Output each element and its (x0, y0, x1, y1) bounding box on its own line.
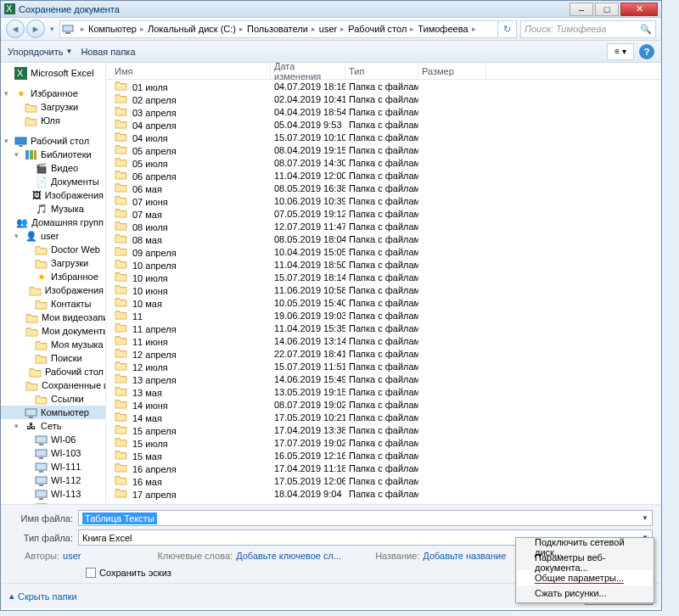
breadcrumb[interactable]: ▸ Компьютер▸ Локальный диск (C:)▸ Пользо… (59, 20, 498, 38)
file-row[interactable]: 15 апреля17.04.2019 13:38Папка с файлами (106, 423, 661, 436)
file-row[interactable]: 05 июля08.07.2019 14:30Папка с файлами (106, 156, 661, 169)
tree-item[interactable]: WI-103 (1, 446, 105, 460)
authors-value[interactable]: user (63, 551, 81, 561)
file-row[interactable]: 04 апреля05.04.2019 9:53Папка с файлами (106, 118, 661, 131)
tree-item[interactable]: Юля (1, 114, 105, 127)
tree-item[interactable]: Загрузки (1, 100, 105, 114)
tree-item[interactable]: Мои видеозапи (1, 311, 105, 324)
filename-input[interactable]: Таблица Тексты ▼ (78, 510, 653, 526)
file-row[interactable]: 09 апреля10.04.2019 15:05Папка с файлами (106, 245, 661, 258)
minimize-button[interactable]: – (570, 3, 593, 16)
file-row[interactable]: 06 мая08.05.2019 16:38Папка с файлами (106, 182, 661, 194)
file-row[interactable]: 17 апреля18.04.2019 9:04Папка с файлами (106, 487, 661, 500)
tree-item[interactable]: Компьютер (1, 406, 105, 419)
file-row[interactable]: 14 июня08.07.2019 19:02Папка с файлами (106, 398, 661, 411)
col-size[interactable]: Размер (418, 63, 486, 79)
file-row[interactable]: 08 июля12.07.2019 11:47Папка с файлами (106, 220, 661, 232)
tree-item[interactable]: Doctor Web (1, 243, 105, 256)
file-row[interactable]: 11 апреля11.04.2019 15:35Папка с файлами (106, 322, 661, 334)
tree-item[interactable]: Загрузки (1, 256, 105, 270)
tree-item[interactable]: Рабочий стол (1, 365, 105, 378)
file-row[interactable]: 05 апреля08.04.2019 19:15Папка с файлами (106, 143, 661, 156)
tree-item[interactable]: ★Избранное (1, 270, 105, 283)
file-row[interactable]: 07 мая07.05.2019 19:12Папка с файлами (106, 207, 661, 220)
tree-item[interactable]: WI-112 (1, 473, 105, 487)
bc-item[interactable]: Тимофеева (418, 24, 468, 34)
tree-item[interactable]: XMicrosoft Excel (1, 66, 105, 80)
tree-item[interactable]: ▾Рабочий стол (1, 134, 105, 148)
menu-web-options[interactable]: Параметры веб-документа... (518, 555, 652, 570)
file-row[interactable]: 15 мая16.05.2019 12:16Папка с файлами (106, 449, 661, 462)
back-button[interactable]: ◄ (6, 20, 25, 38)
file-row[interactable]: 12 июля15.07.2019 11:51Папка с файлами (106, 360, 661, 372)
file-row[interactable]: 08 мая08.05.2019 18:04Папка с файлами (106, 232, 661, 245)
tree-item[interactable]: Изображения (1, 283, 105, 297)
tree-item[interactable]: Моя музыка (1, 338, 105, 351)
file-row[interactable]: 01 июля04.07.2019 18:16Папка с файлами (106, 80, 661, 92)
tree-item[interactable]: WI-114 (1, 501, 105, 504)
tree-item[interactable]: Сохраненные и (1, 378, 105, 392)
newfolder-button[interactable]: Новая папка (81, 47, 135, 57)
close-button[interactable]: ✕ (620, 3, 658, 16)
tree-item[interactable]: WI-111 (1, 460, 105, 473)
view-button[interactable]: ≡ ▾ (607, 43, 634, 60)
file-row[interactable]: 04 июля15.07.2019 10:10Папка с файлами (106, 131, 661, 143)
file-row[interactable]: 16 апреля17.04.2019 11:18Папка с файлами (106, 462, 661, 474)
keywords-link[interactable]: Добавьте ключевое сл... (236, 551, 341, 561)
file-row[interactable]: 1119.06.2019 19:03Папка с файлами (106, 309, 661, 322)
bc-item[interactable]: user (319, 24, 337, 34)
forward-button[interactable]: ► (26, 20, 45, 38)
organize-button[interactable]: Упорядочить▼ (8, 47, 72, 57)
tree-item[interactable]: Поиски (1, 351, 105, 365)
file-row[interactable]: 12 апреля22.07.2019 18:41Папка с файлами (106, 347, 661, 360)
maximize-button[interactable]: □ (595, 3, 619, 16)
search-input[interactable]: Поиск: Тимофеева 🔍 (520, 20, 656, 38)
file-row[interactable]: 11 июня14.06.2019 13:14Папка с файлами (106, 334, 661, 347)
history-dropdown[interactable]: ▾ (50, 25, 54, 33)
thumbnail-checkbox[interactable] (86, 568, 96, 578)
tree-item[interactable]: Ссылки (1, 392, 105, 406)
expand-icon[interactable]: ▾ (14, 422, 24, 430)
bc-item[interactable]: Локальный диск (C:) (148, 24, 236, 34)
tree-item[interactable]: ▾👤user (1, 229, 105, 243)
menu-compress-pics[interactable]: Сжать рисунки... (518, 585, 652, 601)
tree-item[interactable]: WI-06 (1, 433, 105, 446)
file-row[interactable]: 10 июля15.07.2019 18:14Папка с файлами (106, 271, 661, 283)
tree-item[interactable]: Контакты (1, 297, 105, 311)
file-area[interactable]: Имя Дата изменения Тип Размер 01 июля04.… (106, 63, 661, 504)
tree-item[interactable]: ▾🖧Сеть (1, 419, 105, 433)
tree-item[interactable]: ▾Библиотеки (1, 148, 105, 161)
file-row[interactable]: 13 мая13.05.2019 19:15Папка с файлами (106, 385, 661, 398)
tree-item[interactable]: WI-113 (1, 487, 105, 501)
tree-item[interactable]: 🖼Изображения (1, 188, 105, 202)
tree-item[interactable]: 🎵Музыка (1, 202, 105, 216)
hide-folders-button[interactable]: ▴ Скрыть папки (9, 591, 77, 602)
tree-item[interactable]: 🎬Видео (1, 161, 105, 175)
tree-item[interactable]: ▾★Избранное (1, 87, 105, 100)
refresh-button[interactable]: ↻ (498, 20, 517, 38)
file-row[interactable]: 13 апреля14.06.2019 15:49Папка с файлами (106, 372, 661, 385)
file-row[interactable]: 03 апреля04.04.2019 18:54Папка с файлами (106, 105, 661, 118)
col-date[interactable]: Дата изменения (271, 63, 345, 79)
tree-item[interactable]: Мои документы (1, 324, 105, 338)
file-row[interactable]: 10 июня11.06.2019 10:58Папка с файлами (106, 283, 661, 296)
col-type[interactable]: Тип (345, 63, 418, 79)
file-row[interactable]: 02 апреля02.04.2019 10:41Папка с файлами (106, 92, 661, 105)
bc-item[interactable]: Компьютер (88, 24, 137, 34)
tree-item[interactable]: 👥Домашняя групп (1, 216, 105, 229)
col-name[interactable]: Имя (111, 63, 271, 79)
expand-icon[interactable]: ▾ (14, 150, 24, 159)
bc-item[interactable]: Рабочий стол (348, 24, 407, 34)
nav-tree[interactable]: XMicrosoft Excel▾★ИзбранноеЗагрузкиЮля▾Р… (1, 63, 106, 504)
expand-icon[interactable]: ▾ (14, 232, 24, 240)
expand-icon[interactable]: ▾ (4, 89, 14, 98)
file-row[interactable]: 16 мая17.05.2019 12:06Папка с файлами (106, 474, 661, 487)
file-row[interactable]: 14 мая17.05.2019 10:21Папка с файлами (106, 411, 661, 423)
title-link[interactable]: Добавьте название (423, 551, 506, 561)
file-row[interactable]: 06 апреля11.04.2019 12:00Папка с файлами (106, 169, 661, 182)
file-row[interactable]: 10 мая10.05.2019 15:40Папка с файлами (106, 296, 661, 309)
expand-icon[interactable]: ▾ (4, 137, 14, 145)
tree-item[interactable]: 📄Документы (1, 175, 105, 188)
file-row[interactable]: 15 июля17.07.2019 19:02Папка с файлами (106, 436, 661, 449)
bc-item[interactable]: Пользователи (247, 24, 308, 34)
